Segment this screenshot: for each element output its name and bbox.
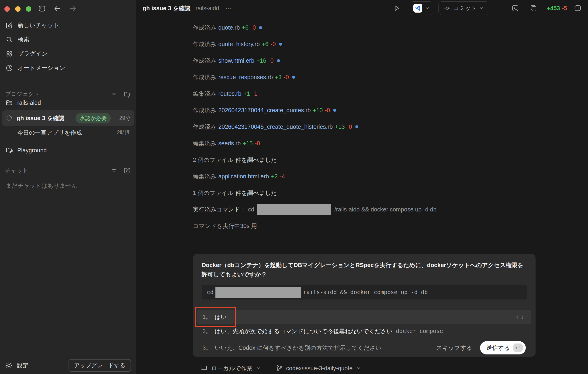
terminal-icon[interactable]	[511, 4, 519, 12]
commit-label: コミット	[453, 4, 476, 12]
chevron-down-icon	[479, 6, 484, 10]
branch-selector[interactable]: codex/issue-3-daily-quote	[276, 365, 361, 372]
commit-button[interactable]: コミット	[438, 1, 489, 15]
approval-dialog: Docker（dbコンテナ）を起動してDBマイグレーションとRSpecを実行する…	[193, 254, 536, 357]
change-type: 作成済み	[193, 106, 216, 114]
task-label: gh issue 3 を確認	[17, 114, 64, 122]
lines-removed: -1	[252, 90, 257, 97]
toggle-panel-icon[interactable]	[574, 4, 582, 12]
git-branch-icon	[276, 365, 283, 372]
task-age: 2時間	[117, 129, 131, 136]
sidebar-item-label: プラグイン	[18, 50, 48, 58]
file-link[interactable]: seeds.rb	[219, 140, 241, 147]
file-change-row[interactable]: 編集済みseeds.rb+15-0	[193, 135, 543, 152]
file-link[interactable]: quote_history.rb	[219, 41, 260, 48]
lines-added: +10	[313, 107, 323, 114]
project-label: Playground	[17, 147, 47, 154]
folder-open-icon	[6, 99, 13, 106]
sidebar-item-playground[interactable]: Playground	[2, 144, 134, 156]
file-change-row[interactable]: 編集済みapplication.html.erb+2-4	[193, 168, 543, 185]
files-examined-row: 2 個のファイル件を調べました	[193, 152, 543, 168]
submit-button[interactable]: 送信する ↵	[480, 341, 526, 354]
sidebar-project-rails-aidd[interactable]: rails-aidd	[2, 97, 134, 109]
minimize-window-button[interactable]	[15, 6, 21, 12]
chats-section-header: チャット	[0, 166, 136, 175]
file-link[interactable]: routes.rb	[219, 90, 242, 97]
forward-icon[interactable]	[68, 4, 77, 13]
option-label: はい、先頭が次で始まるコマンドについて今後尋ねないでください	[215, 327, 393, 335]
filter-icon[interactable]	[110, 166, 118, 174]
option-yes-dont-ask[interactable]: 2。 はい、先頭が次で始まるコマンドについて今後尋ねないでください docker…	[197, 326, 531, 336]
command-text: /rails-aidd && docker compose up -d db	[334, 206, 436, 213]
close-window-button[interactable]	[4, 6, 10, 12]
page-title: gh issue 3 を確認	[143, 4, 190, 12]
unread-dot	[333, 109, 336, 112]
sidebar-item-label: 検索	[18, 36, 29, 43]
option-label[interactable]: いいえ、Codex に何をすべきかを別の方法で指示してください	[215, 344, 381, 352]
option-number: 2。	[203, 327, 215, 335]
file-change-row[interactable]: 作成済み20260423170044_create_quotes.rb+10-0	[193, 102, 543, 119]
sidebar-item-plugins[interactable]: プラグイン	[0, 47, 136, 61]
back-icon[interactable]	[53, 4, 62, 13]
zoom-window-button[interactable]	[26, 6, 31, 12]
commit-icon	[444, 5, 451, 12]
open-in-vscode-button[interactable]	[410, 1, 433, 15]
new-chat-icon[interactable]	[123, 166, 131, 174]
lines-added: +16	[256, 57, 266, 64]
more-options-icon[interactable]: ⋯	[225, 5, 232, 12]
option-number: 3。	[203, 344, 215, 351]
command-prefix: cd	[248, 206, 254, 213]
approval-question: Docker（dbコンテナ）を起動してDBマイグレーションとRSpecを実行する…	[202, 260, 528, 279]
file-change-row[interactable]: 作成済み20260423170045_create_quote_historie…	[193, 119, 543, 135]
option-yes[interactable]: 1。 はい ↑↓	[197, 310, 531, 324]
diff-added-count: +453	[547, 5, 560, 12]
gear-icon	[5, 362, 13, 369]
sidebar-footer: 設定 アップグレードする	[0, 357, 136, 374]
file-link[interactable]: quote.rb	[219, 24, 240, 31]
change-type: 編集済み	[193, 90, 216, 98]
file-link[interactable]: 20260423170045_create_quote_histories.rb	[219, 123, 333, 130]
file-link[interactable]: rescue_responses.rb	[219, 74, 273, 81]
copy-icon[interactable]	[529, 4, 537, 12]
plugins-icon	[6, 50, 13, 58]
settings-button[interactable]: 設定	[5, 362, 28, 369]
option-number: 1。	[203, 313, 215, 321]
lines-removed: -0	[251, 24, 256, 31]
file-change-row[interactable]: 作成済みrescue_responses.rb+3-0	[193, 69, 543, 85]
sidebar-item-search[interactable]: 検索	[0, 32, 136, 47]
settings-label: 設定	[17, 362, 28, 369]
command-text: rails-aidd && docker compose up -d db	[303, 289, 428, 295]
chevron-down-icon	[356, 366, 361, 371]
sidebar-item-new-chat[interactable]: 新しいチャット	[0, 18, 136, 32]
skip-button[interactable]: スキップする	[436, 344, 472, 352]
arrow-key-hints: ↑↓	[516, 313, 526, 321]
change-type: 作成済み	[193, 73, 216, 81]
upgrade-button[interactable]: アップグレードする	[69, 359, 131, 372]
file-change-row[interactable]: 作成済みquote.rb+6-0	[193, 19, 543, 36]
file-link[interactable]: application.html.erb	[219, 173, 269, 180]
lines-added: +6	[262, 41, 269, 48]
file-change-row[interactable]: 編集済みroutes.rb+1-1	[193, 85, 543, 102]
unread-dot	[259, 26, 262, 29]
lines-removed: -0	[255, 140, 260, 147]
toggle-sidebar-icon[interactable]	[37, 4, 47, 13]
chats-header-label: チャット	[5, 167, 28, 174]
lines-removed: -4	[280, 173, 285, 180]
lines-added: +1	[243, 90, 250, 97]
file-change-row[interactable]: 作成済みshow.html.erb+16-0	[193, 52, 543, 69]
codex-app-window: 新しいチャット 検索 プラグイン オートメーション プロジェクト	[0, 0, 588, 374]
return-key-icon: ↵	[513, 344, 523, 352]
file-link[interactable]: show.html.erb	[219, 57, 254, 64]
file-link[interactable]: 20260423170044_create_quotes.rb	[219, 107, 311, 114]
running-status: コマンドを実行中30s 用	[193, 222, 257, 230]
file-change-row[interactable]: 作成済みquote_history.rb+6-0	[193, 36, 543, 52]
toolbar-divider	[500, 4, 500, 12]
sidebar-task-gh-issue-3[interactable]: gh issue 3 を確認 承認が必要 29分	[2, 110, 134, 126]
work-mode-selector[interactable]: ローカルで作業	[200, 364, 261, 372]
task-age: 29分	[119, 115, 131, 122]
sidebar-task-daily-quote[interactable]: 今日の一言アプリを作成 2時間	[2, 127, 134, 138]
option-command-pattern: docker compose	[396, 328, 443, 334]
main-titlebar: gh issue 3 を確認 rails-aidd ⋯ コミット	[137, 0, 588, 16]
sidebar-item-automation[interactable]: オートメーション	[0, 61, 136, 75]
run-icon[interactable]	[393, 5, 400, 12]
